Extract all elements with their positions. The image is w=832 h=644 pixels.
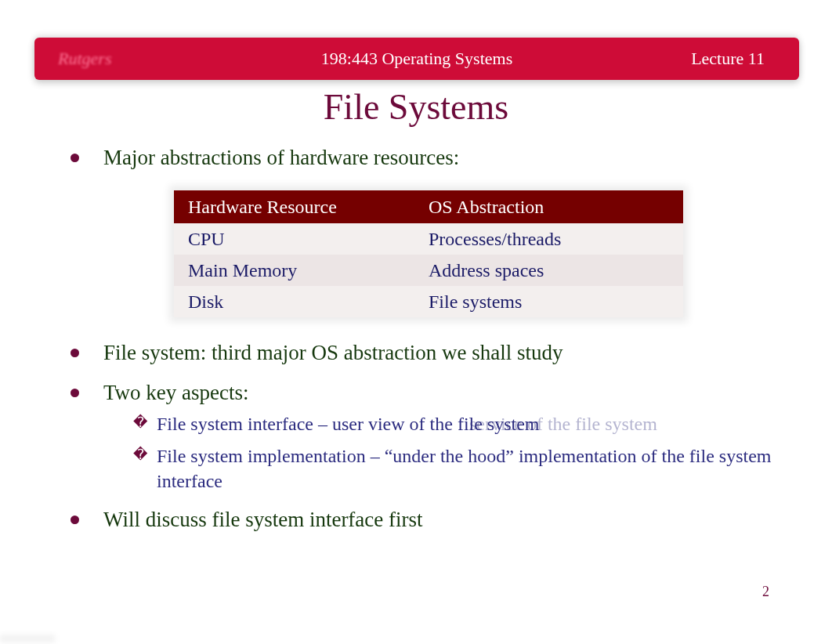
- cell-abstraction: Processes/threads: [429, 227, 683, 251]
- table-header-abstraction: OS Abstraction: [429, 195, 683, 219]
- bullet-text: Two key aspects:: [103, 381, 249, 404]
- sub-bullet-implementation: File system implementation – “under the …: [133, 443, 785, 494]
- bullet-text: File system: third major OS abstraction …: [103, 341, 563, 364]
- cell-resource: CPU: [174, 227, 429, 251]
- cell-abstraction: File systems: [429, 290, 683, 314]
- slide-title: File Systems: [0, 86, 832, 128]
- table-row: CPU Processes/threads: [174, 223, 683, 255]
- bullet-two-aspects: Two key aspects: File system interface –…: [71, 379, 785, 494]
- sub-bullet-ghost-text: service of the file system: [469, 411, 657, 436]
- abstractions-table: Hardware Resource OS Abstraction CPU Pro…: [174, 190, 683, 317]
- table-row: Disk File systems: [174, 286, 683, 317]
- bullet-discuss-interface-first: Will discuss file system interface first: [71, 506, 785, 534]
- bullet-major-abstractions: Major abstractions of hardware resources…: [71, 144, 785, 317]
- bullet-text: Major abstractions of hardware resources…: [103, 146, 459, 169]
- sub-bullet-text: File system implementation – “under the …: [157, 446, 772, 491]
- table-row: Main Memory Address spaces: [174, 255, 683, 286]
- cell-resource: Disk: [174, 290, 429, 314]
- sub-bullet-interface: File system interface – user view of the…: [133, 411, 785, 436]
- header-course: 198:443 Operating Systems: [34, 49, 799, 69]
- slide-content: Major abstractions of hardware resources…: [71, 144, 785, 547]
- table-header: Hardware Resource OS Abstraction: [174, 190, 683, 223]
- slide: Rutgers 198:443 Operating Systems Lectur…: [0, 0, 832, 644]
- decorative-blur: [0, 635, 55, 642]
- bullet-text: Will discuss file system interface first: [103, 508, 423, 531]
- page-number: 2: [762, 584, 769, 600]
- table-header-resource: Hardware Resource: [174, 195, 429, 219]
- bullet-file-system-third: File system: third major OS abstraction …: [71, 339, 785, 367]
- header-lecture: Lecture 11: [691, 49, 765, 69]
- header-bar: Rutgers 198:443 Operating Systems Lectur…: [34, 38, 799, 80]
- cell-abstraction: Address spaces: [429, 259, 683, 283]
- cell-resource: Main Memory: [174, 259, 429, 283]
